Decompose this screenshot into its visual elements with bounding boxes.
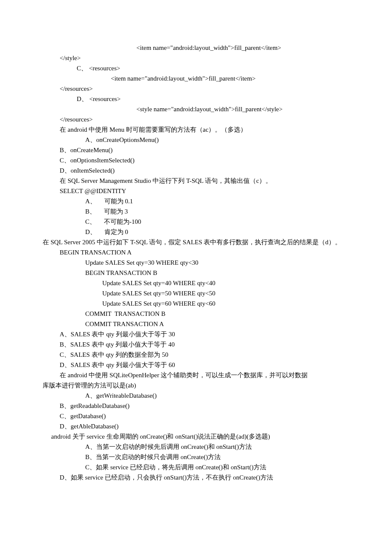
text-line: D、onItemSelected() bbox=[43, 165, 349, 176]
text-line: <item name="android:layout_width">fill_p… bbox=[43, 43, 349, 53]
text-line: C、getDatabase() bbox=[43, 411, 349, 421]
text-line: </resources> bbox=[43, 114, 349, 124]
text-line: B、getReadableDatabase() bbox=[43, 401, 349, 411]
text-line: COMMIT TRANSACTION A bbox=[43, 319, 349, 329]
text-line: C、onOptionsItemSelected() bbox=[43, 155, 349, 165]
text-line: D、 <resources> bbox=[43, 94, 349, 104]
text-line: 库版本进行管理的方法可以是(ab) bbox=[43, 380, 349, 390]
text-line: 在 android 中使用 SQLiteOpenHelper 这个辅助类时，可以… bbox=[43, 370, 349, 380]
text-line: Update SALES Set qty=40 WHERE qty<40 bbox=[43, 278, 349, 288]
text-line: SELECT @@IDENTITY bbox=[43, 186, 349, 196]
text-line: 在 SQL Server 2005 中运行如下 T-SQL 语句，假定 SALE… bbox=[43, 237, 349, 247]
text-line: C、如果 service 已经启动，将先后调用 onCreate()和 onSt… bbox=[43, 462, 349, 472]
text-line: B、当第一次启动的时候只会调用 onCreate()方法 bbox=[43, 452, 349, 462]
text-line: C、 不可能为-100 bbox=[43, 217, 349, 227]
text-line: B、SALES 表中 qty 列最小值大于等于 40 bbox=[43, 339, 349, 350]
text-line: A、SALES 表中 qty 列最小值大于等于 30 bbox=[43, 329, 349, 339]
text-line: <style name="android:layout_width">fill_… bbox=[43, 104, 349, 114]
text-line: 在 SQL Server Management Studio 中运行下列 T-S… bbox=[43, 176, 349, 186]
document-page: { "lines": [ {"cls":"ind11","text":"<ite… bbox=[0, 0, 392, 555]
text-line: A、当第一次启动的时候先后调用 onCreate()和 onStart()方法 bbox=[43, 442, 349, 452]
text-line: C、SALES 表中 qty 列的数据全部为 50 bbox=[43, 350, 349, 360]
text-line: Update SALES Set qty=60 WHERE qty<60 bbox=[43, 298, 349, 309]
text-body: <item name="android:layout_width">fill_p… bbox=[43, 43, 349, 483]
text-line: D、getAbleDatabase() bbox=[43, 421, 349, 431]
text-line: A、getWriteableDatabase() bbox=[43, 390, 349, 401]
text-line: A、onCreateOptionsMenu() bbox=[43, 135, 349, 145]
text-line: A、 可能为 0.1 bbox=[43, 196, 349, 206]
text-line: COMMIT TRANSACTION B bbox=[43, 309, 349, 319]
text-line: android 关于 service 生命周期的 onCreate()和 onS… bbox=[43, 431, 349, 442]
text-line: <item name="android:layout_width">fill_p… bbox=[43, 73, 349, 84]
text-line: B、 可能为 3 bbox=[43, 206, 349, 217]
text-line: 在 android 中使用 Menu 时可能需要重写的方法有（ac）。（多选） bbox=[43, 124, 349, 135]
text-line: D、 肯定为 0 bbox=[43, 227, 349, 237]
text-line: B、onCreateMenu() bbox=[43, 145, 349, 155]
text-line: </style> bbox=[43, 53, 349, 63]
text-line: C、 <resources> bbox=[43, 63, 349, 73]
text-line: Update SALES Set qty=30 WHERE qty<30 bbox=[43, 257, 349, 268]
text-line: BEGIN TRANSACTION B bbox=[43, 268, 349, 278]
text-line: D、SALES 表中 qty 列最小值大于等于 60 bbox=[43, 360, 349, 370]
text-line: D、如果 service 已经启动，只会执行 onStart()方法，不在执行 … bbox=[43, 472, 349, 483]
text-line: </resources> bbox=[43, 84, 349, 94]
text-line: Update SALES Set qty=50 WHERE qty<50 bbox=[43, 288, 349, 298]
text-line: BEGIN TRANSACTION A bbox=[43, 247, 349, 257]
